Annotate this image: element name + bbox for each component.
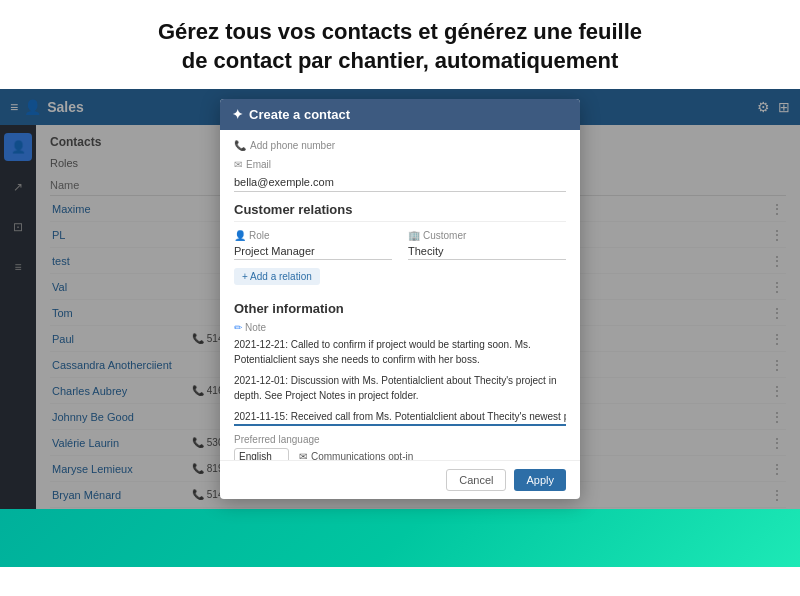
modal-header-title: Create a contact xyxy=(249,107,350,122)
customer-field: 🏢 Customer Thecity xyxy=(408,230,566,260)
comms-optin: ✉ Communications opt-in xyxy=(299,451,413,460)
email-field-group: ✉ Email xyxy=(234,159,566,192)
other-info-title: Other information xyxy=(234,301,566,316)
modal-overlay: ✦ Create a contact 📞 Add phone number ✉ … xyxy=(0,89,800,509)
modal-body: 📞 Add phone number ✉ Email Customer rela… xyxy=(220,130,580,460)
role-field: 👤 Role Project Manager xyxy=(234,230,392,260)
note-label: ✏ Note xyxy=(234,322,566,333)
page-header: Gérez tous vos contacts et générez une f… xyxy=(0,0,800,89)
modal-footer: Cancel Apply xyxy=(220,460,580,499)
apply-button[interactable]: Apply xyxy=(514,469,566,491)
customer-label: 🏢 Customer xyxy=(408,230,566,241)
modal-header-icon: ✦ xyxy=(232,107,243,122)
person-small-icon: 👤 xyxy=(234,230,246,241)
role-value: Project Manager xyxy=(234,243,392,260)
app-wrapper: ≡ 👤 Sales ⚙ ⊞ 👤 ↗ ⊡ ≡ Contacts Roles Nam… xyxy=(0,89,800,567)
pref-lang-label: Preferred language xyxy=(234,434,566,445)
email-input[interactable] xyxy=(234,173,566,192)
phone-icon: 📞 xyxy=(234,140,246,151)
mail-icon: ✉ xyxy=(299,451,307,460)
note-input[interactable] xyxy=(234,409,566,426)
lang-row: English ✉ Communications opt-in xyxy=(234,448,566,460)
lang-select[interactable]: English xyxy=(234,448,289,460)
building-icon: 🏢 xyxy=(408,230,420,241)
email-label: ✉ Email xyxy=(234,159,566,170)
bottom-gradient-bar xyxy=(0,509,800,567)
note-text-2: 2021-12-01: Discussion with Ms. Potentia… xyxy=(234,373,566,403)
customer-relations-title: Customer relations xyxy=(234,202,566,222)
note-text-1: 2021-12-21: Called to confirm if project… xyxy=(234,337,566,367)
phone-label: 📞 Add phone number xyxy=(234,140,566,151)
page-title: Gérez tous vos contacts et générez une f… xyxy=(20,18,780,75)
customer-relations: 👤 Role Project Manager 🏢 Customer Thecit… xyxy=(234,230,566,260)
phone-field-group: 📞 Add phone number xyxy=(234,140,566,151)
cancel-button[interactable]: Cancel xyxy=(446,469,506,491)
pencil-icon: ✏ xyxy=(234,322,242,333)
modal-header: ✦ Create a contact xyxy=(220,99,580,130)
add-relation-button[interactable]: + Add a relation xyxy=(234,268,320,285)
modal-dialog: ✦ Create a contact 📞 Add phone number ✉ … xyxy=(220,99,580,499)
customer-value: Thecity xyxy=(408,243,566,260)
role-label: 👤 Role xyxy=(234,230,392,241)
email-icon: ✉ xyxy=(234,159,242,170)
